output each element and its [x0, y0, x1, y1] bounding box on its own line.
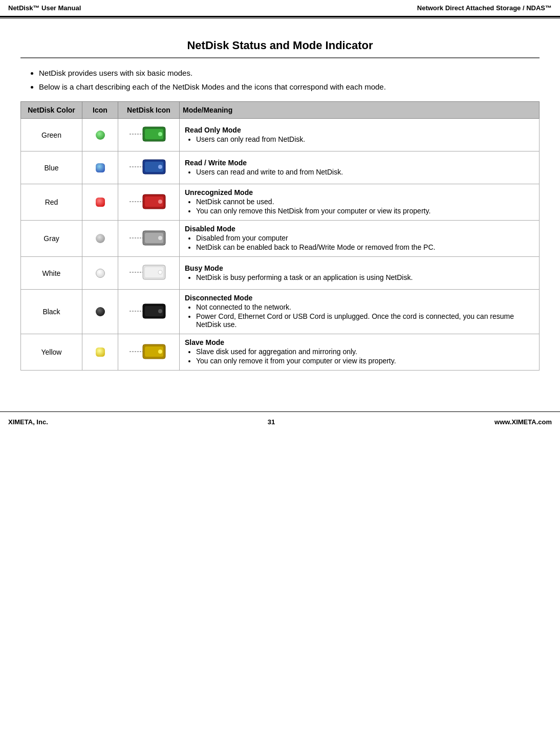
mode-bullets-list: Users can read and write to and from Net…: [185, 168, 534, 176]
mode-title: Disconnected Mode: [185, 294, 534, 302]
netdisk-device-icon: [128, 300, 169, 324]
cell-color: White: [21, 257, 82, 290]
table-row: Yellow Slave ModeSlave disk used for agg…: [21, 334, 540, 371]
table-row: Black Disconnected ModeNot connected to …: [21, 290, 540, 334]
mode-bullets-list: Users can only read from NetDisk.: [185, 135, 534, 143]
cell-mode-meaning: Slave ModeSlave disk used for aggregatio…: [180, 334, 540, 371]
mode-bullet-item: NetDisk cannot be used.: [196, 198, 534, 206]
col-header-meaning: Mode/Meaning: [180, 102, 540, 119]
cell-mode-meaning: Disabled ModeDisabled from your computer…: [180, 221, 540, 257]
page-footer: XIMETA, Inc. 31 www.XIMETA.com: [0, 411, 560, 432]
col-header-color: NetDisk Color: [21, 102, 82, 119]
cell-dot-icon: [82, 290, 118, 334]
mode-bullet-item: Disabled from your computer: [196, 234, 534, 242]
color-dot-icon: [96, 163, 105, 172]
cell-netdisk-icon: [118, 257, 180, 290]
color-dot-icon: [96, 269, 105, 278]
intro-bullet-2: Below is a chart describing each of the …: [39, 82, 540, 91]
mode-title: Busy Mode: [185, 264, 534, 272]
mode-bullet-item: NetDisk can be enabled back to Read/Writ…: [196, 243, 534, 251]
cell-color: Green: [21, 119, 82, 151]
cell-dot-icon: [82, 221, 118, 257]
svg-point-11: [158, 200, 162, 204]
cell-color: Black: [21, 290, 82, 334]
header-divider: [0, 17, 560, 18]
color-dot-icon: [96, 198, 105, 207]
mode-title: Disabled Mode: [185, 225, 534, 233]
cell-mode-meaning: Read Only ModeUsers can only read from N…: [180, 119, 540, 151]
page-title: NetDisk Status and Mode Indicator: [20, 39, 540, 52]
cell-color: Yellow: [21, 334, 82, 371]
intro-bullets: NetDisk provides users with six basic mo…: [20, 69, 540, 91]
table-row: Red Unrecognized ModeNetDisk cannot be u…: [21, 184, 540, 221]
table-row: Green Read Only ModeUsers can only read …: [21, 119, 540, 151]
mode-title: Read Only Mode: [185, 126, 534, 134]
cell-dot-icon: [82, 257, 118, 290]
footer-right: www.XIMETA.com: [494, 418, 552, 426]
footer-page-number: 31: [268, 418, 275, 426]
cell-netdisk-icon: [118, 119, 180, 151]
cell-dot-icon: [82, 184, 118, 221]
table-row: White Busy ModeNetDisk is busy performin…: [21, 257, 540, 290]
cell-netdisk-icon: [118, 334, 180, 371]
mode-title: Read / Write Mode: [185, 159, 534, 167]
table-header-row: NetDisk Color Icon NetDisk Icon Mode/Mea…: [21, 102, 540, 119]
cell-mode-meaning: Unrecognized ModeNetDisk cannot be used.…: [180, 184, 540, 221]
footer-left: XIMETA, Inc.: [8, 418, 48, 426]
col-header-ndicon: NetDisk Icon: [118, 102, 180, 119]
cell-netdisk-icon: [118, 184, 180, 221]
netdisk-device-icon: [128, 156, 169, 180]
mode-bullet-item: Slave disk used for aggregation and mirr…: [196, 347, 534, 356]
table-row: Gray Disabled ModeDisabled from your com…: [21, 221, 540, 257]
color-dot-icon: [96, 234, 105, 243]
intro-bullet-1: NetDisk provides users with six basic mo…: [39, 69, 540, 77]
col-header-icon: Icon: [82, 102, 118, 119]
cell-dot-icon: [82, 334, 118, 371]
table-row: Blue Read / Write ModeUsers can read and…: [21, 151, 540, 184]
cell-mode-meaning: Busy ModeNetDisk is busy performing a ta…: [180, 257, 540, 290]
mode-title: Unrecognized Mode: [185, 188, 534, 197]
svg-point-27: [158, 350, 162, 354]
svg-point-23: [158, 309, 162, 313]
page-header: NetDisk™ User Manual Network Direct Atta…: [0, 0, 560, 17]
page-content: NetDisk Status and Mode Indicator NetDis…: [0, 24, 560, 391]
cell-dot-icon: [82, 151, 118, 184]
netdisk-device-icon: [128, 227, 169, 251]
mode-bullet-item: You can only remove this NetDisk from yo…: [196, 207, 534, 215]
mode-bullet-item: Not connected to the network.: [196, 303, 534, 311]
cell-netdisk-icon: [118, 290, 180, 334]
title-underline: [20, 57, 540, 58]
mode-bullet-item: Users can read and write to and from Net…: [196, 168, 534, 176]
svg-point-3: [158, 132, 162, 136]
mode-bullets-list: NetDisk cannot be used.You can only remo…: [185, 198, 534, 215]
netdisk-device-icon: [128, 190, 169, 214]
mode-bullets-list: NetDisk is busy performing a task or an …: [185, 273, 534, 281]
cell-color: Red: [21, 184, 82, 221]
mode-bullets-list: Not connected to the network.Power Cord,…: [185, 303, 534, 329]
modes-table: NetDisk Color Icon NetDisk Icon Mode/Mea…: [20, 101, 540, 371]
netdisk-device-icon: [128, 261, 169, 285]
mode-bullet-item: You can only remove it from your compute…: [196, 357, 534, 365]
mode-bullet-item: Users can only read from NetDisk.: [196, 135, 534, 143]
cell-dot-icon: [82, 119, 118, 151]
mode-bullet-item: Power Cord, Ethernet Cord or USB Cord is…: [196, 312, 534, 329]
cell-netdisk-icon: [118, 221, 180, 257]
svg-point-7: [158, 165, 162, 169]
svg-point-15: [158, 236, 162, 240]
color-dot-icon: [96, 307, 105, 316]
mode-title: Slave Mode: [185, 338, 534, 346]
svg-point-19: [158, 270, 162, 274]
netdisk-device-icon: [128, 123, 169, 147]
cell-netdisk-icon: [118, 151, 180, 184]
color-dot-icon: [96, 347, 105, 357]
cell-color: Gray: [21, 221, 82, 257]
color-dot-icon: [96, 131, 105, 140]
mode-bullets-list: Slave disk used for aggregation and mirr…: [185, 347, 534, 365]
cell-mode-meaning: Read / Write ModeUsers can read and writ…: [180, 151, 540, 184]
mode-bullet-item: NetDisk is busy performing a task or an …: [196, 273, 534, 281]
cell-color: Blue: [21, 151, 82, 184]
mode-bullets-list: Disabled from your computerNetDisk can b…: [185, 234, 534, 251]
header-left: NetDisk™ User Manual: [8, 4, 81, 12]
cell-mode-meaning: Disconnected ModeNot connected to the ne…: [180, 290, 540, 334]
netdisk-device-icon: [128, 340, 169, 364]
